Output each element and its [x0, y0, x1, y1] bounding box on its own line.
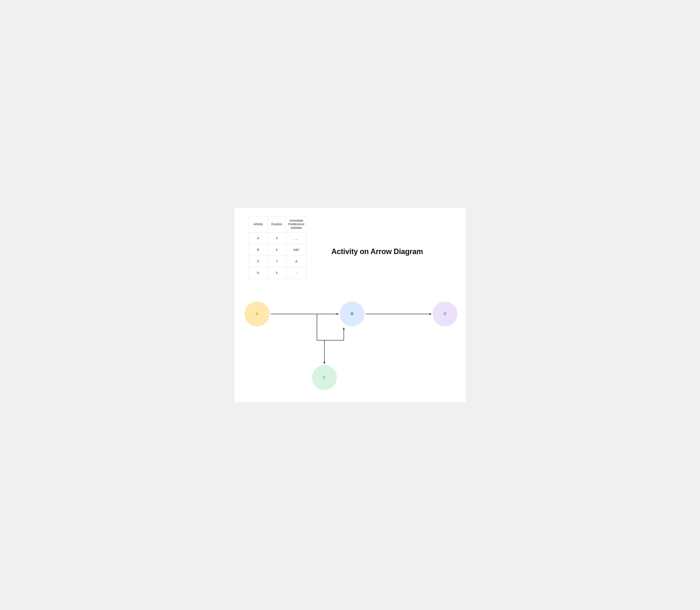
node-c: C — [312, 365, 337, 390]
node-c-label: C — [323, 375, 326, 380]
cell-duration: 3 — [267, 232, 286, 244]
cell-predecessor: A&C — [286, 244, 307, 256]
diagram-title: Activity on Arrow Diagram — [331, 247, 423, 256]
cell-duration: 5 — [267, 267, 286, 279]
table-header-row: Activity Duration Immediate Predecessor … — [249, 216, 307, 232]
table-row: B 6 A&C — [249, 244, 307, 256]
diagram-canvas: Activity Duration Immediate Predecessor … — [234, 208, 466, 402]
node-b: B — [340, 302, 364, 326]
cell-activity: A — [249, 232, 267, 244]
node-b-label: B — [351, 312, 354, 316]
header-duration: Duration — [267, 216, 286, 232]
node-d-label: D — [444, 312, 446, 316]
cell-activity: B — [249, 244, 267, 256]
table-row: C 7 A — [249, 256, 307, 267]
header-predecessor: Immediate Predecessor Activities — [286, 216, 307, 232]
arrow-branch-to-c — [317, 314, 324, 364]
node-a-label: A — [256, 312, 259, 316]
cell-predecessor: - — [286, 267, 307, 279]
node-d: D — [433, 302, 457, 326]
cell-predecessor: A — [286, 256, 307, 267]
cell-activity: C — [249, 256, 267, 267]
node-a: A — [245, 302, 270, 326]
table-row: A 3 _ — [249, 232, 307, 244]
activity-table: Activity Duration Immediate Predecessor … — [249, 216, 307, 279]
cell-activity: D — [249, 267, 267, 279]
header-activity: Activity — [249, 216, 267, 232]
cell-duration: 7 — [267, 256, 286, 267]
cell-duration: 6 — [267, 244, 286, 256]
cell-predecessor: _ — [286, 232, 307, 244]
table-row: D 5 - — [249, 267, 307, 279]
arrow-c-to-b — [324, 327, 344, 340]
